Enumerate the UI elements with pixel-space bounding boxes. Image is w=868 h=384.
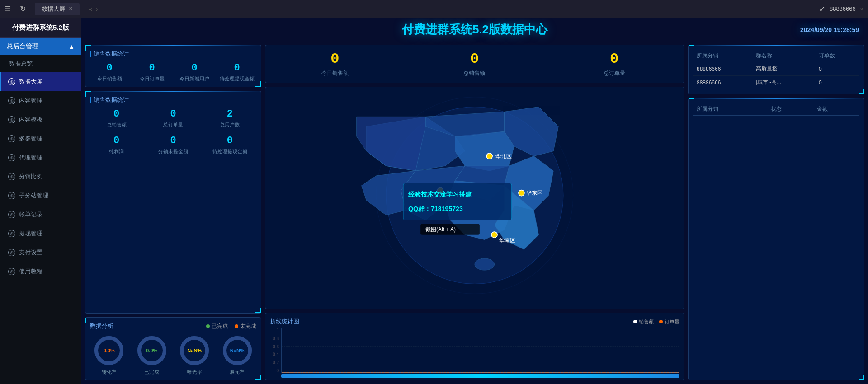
shield-icon: ◎ — [8, 78, 15, 85]
chart-title: 折线统计图 — [270, 318, 299, 326]
legend-completed: 已完成 — [206, 323, 228, 330]
sidebar-item-bill-record[interactable]: ◎ 帐单记录 — [0, 205, 81, 224]
legend-incomplete-dot — [235, 324, 238, 328]
region-dot-east — [519, 190, 524, 196]
browser-fullscreen-icon[interactable]: ⤢ — [819, 5, 825, 13]
metric-total-orders-label: 总订单量 — [544, 70, 684, 77]
stat-dist-unpaid-value: 0 — [146, 135, 199, 146]
stat-pending-withdraw: 0 待处理提现金额 — [217, 62, 256, 82]
sidebar-item-agent-mgmt[interactable]: ◎ 代理管理 — [0, 148, 81, 167]
cell-orders-2: 0 — [815, 76, 859, 89]
y-axis: 10.80.60.40.20 — [270, 328, 279, 373]
svg-point-22 — [475, 258, 495, 270]
sidebar-item-share-ratio[interactable]: ◎ 分销比例 — [0, 167, 81, 186]
browser-tab[interactable]: 数据大屏 ✕ — [35, 3, 80, 15]
bottom-stats-top: 0 总销售额 0 总订单量 2 总用户数 — [90, 108, 256, 128]
chart-plot-area — [281, 328, 679, 373]
svg-marker-25 — [357, 117, 425, 171]
screenshot-hint: 截图(Alt + A) — [425, 226, 456, 233]
stat-total-orders: 0 总订单量 — [146, 108, 199, 128]
stat-pending-withdraw2-value: 0 — [203, 135, 256, 146]
legend-sales: 销售额 — [633, 318, 654, 325]
sidebar-item-withdraw-mgmt[interactable]: ◎ 提现管理 — [0, 224, 81, 243]
stat-new-users-value: 0 — [175, 62, 214, 74]
donut-completed-value: 0.0% — [146, 348, 157, 353]
stat-total-sales: 0 总销售额 — [90, 108, 143, 128]
donut-exposure: NaN% 曝光率 — [175, 335, 214, 375]
chart-area: 10.80.60.40.20 — [270, 328, 679, 373]
stat-today-orders-label: 今日订单量 — [132, 75, 171, 82]
stat-total-users-label: 总用户数 — [203, 122, 256, 128]
sidebar-item-data-overview[interactable]: 数据总览 — [0, 55, 81, 72]
admin-label: 总后台管理 — [7, 42, 38, 51]
col-b-amount: 金额 — [813, 103, 859, 116]
stat-pending-withdraw-value: 0 — [217, 62, 256, 74]
sidebar-item-content-mgmt[interactable]: ◎ 内容管理 — [0, 91, 81, 110]
browser-user: 88886666 — [830, 5, 856, 12]
browser-refresh-icon[interactable]: ↻ — [20, 5, 26, 13]
cell-group-1: 高质量搭... — [752, 62, 815, 76]
template-icon: ◎ — [8, 116, 15, 123]
left-bottom-title: 销售数据统计 — [90, 96, 256, 104]
metric-today-sales-value: 0 — [265, 51, 405, 67]
stat-total-users-value: 2 — [203, 108, 256, 120]
data-analysis-panel: 数据分析 已完成 未完成 — [85, 317, 261, 380]
nav-forward-icon[interactable]: › — [96, 5, 98, 13]
metric-today-sales: 0 今日销售额 — [265, 51, 405, 77]
stat-today-orders: 0 今日订单量 — [132, 62, 171, 82]
donut-display-chart: NaN% — [222, 335, 253, 366]
metrics-row: 0 今日销售额 0 总销售额 0 总订单量 — [265, 45, 684, 83]
chart-svg — [282, 328, 679, 373]
subsite-icon: ◎ — [8, 192, 15, 199]
content-icon: ◎ — [8, 97, 15, 104]
sidebar-item-sub-site[interactable]: ◎ 子分站管理 — [0, 186, 81, 205]
col-orders: 订单数 — [815, 50, 859, 62]
col-b-distributor: 所属分销 — [693, 103, 767, 116]
sidebar-item-multi-group[interactable]: ◎ 多群管理 — [0, 129, 81, 148]
metric-total-orders-value: 0 — [544, 51, 684, 67]
chart-header: 折线统计图 销售额 订单量 — [270, 318, 679, 326]
bill-icon: ◎ — [8, 211, 15, 218]
svg-rect-26 — [403, 183, 512, 220]
watermark-line2: QQ群：718195723 — [408, 205, 463, 212]
agent-icon: ◎ — [8, 154, 15, 161]
table-row: 88886666 高质量搭... 0 — [693, 62, 859, 76]
browser-menu-icon[interactable]: ☰ — [5, 5, 11, 13]
browser-forward-nav[interactable]: » — [860, 5, 863, 12]
tab-close-icon[interactable]: ✕ — [69, 6, 73, 12]
stat-total-users: 2 总用户数 — [203, 108, 256, 128]
sidebar-item-content-template[interactable]: ◎ 内容模板 — [0, 110, 81, 129]
donut-completed: 0.0% 已完成 — [133, 335, 171, 375]
donut-conversion-chart: 0.0% — [93, 335, 125, 366]
metric-total-sales-label: 总销售额 — [405, 70, 544, 77]
ratio-icon: ◎ — [8, 173, 15, 180]
stat-net-profit-label: 纯利润 — [90, 148, 143, 155]
datetime: 2024/09/20 19:28:59 — [800, 26, 859, 33]
stat-pending-withdraw-label: 待处理提现金额 — [217, 75, 256, 82]
stat-net-profit: 0 纯利润 — [90, 135, 143, 155]
browser-chrome: ☰ ↻ 数据大屏 ✕ « › ⤢ 88886666 » — [0, 0, 868, 18]
right-bottom-table: 所属分销 状态 金额 — [693, 103, 859, 116]
metric-total-orders: 0 总订单量 — [544, 51, 684, 77]
col-group-name: 群名称 — [752, 50, 815, 62]
donut-exposure-value: NaN% — [187, 348, 202, 353]
cell-orders-1: 0 — [815, 62, 859, 76]
cell-distributor-1: 88886666 — [693, 62, 752, 76]
group-icon: ◎ — [8, 135, 15, 142]
metric-total-sales: 0 总销售额 — [405, 51, 545, 77]
stat-today-sales-label: 今日销售额 — [90, 75, 129, 82]
col-distributor: 所属分销 — [693, 50, 752, 62]
donut-display-value: NaN% — [230, 348, 245, 353]
page-title-bar: 付费进群系统5.2版数据中心 2024/09/20 19:28:59 — [81, 18, 868, 41]
stat-dist-unpaid: 0 分销未提金额 — [146, 135, 199, 155]
stat-pending-withdraw2: 0 待处理提现金额 — [203, 135, 256, 155]
metric-total-sales-value: 0 — [405, 51, 544, 67]
sidebar-admin-section[interactable]: 总后台管理 ▲ — [0, 38, 81, 55]
sidebar-item-data-screen[interactable]: ◎ 数据大屏 — [0, 72, 81, 91]
nav-back-icon[interactable]: « — [89, 5, 92, 13]
right-top-panel: 所属分销 群名称 订单数 88886666 高质量搭... 0 — [688, 45, 864, 94]
sidebar-item-payment-settings[interactable]: ◎ 支付设置 — [0, 243, 81, 262]
content-area: 付费进群系统5.2版数据中心 2024/09/20 19:28:59 销售数据统… — [81, 18, 868, 384]
withdraw-icon: ◎ — [8, 230, 15, 237]
sidebar-item-usage-guide[interactable]: ◎ 使用教程 — [0, 262, 81, 281]
